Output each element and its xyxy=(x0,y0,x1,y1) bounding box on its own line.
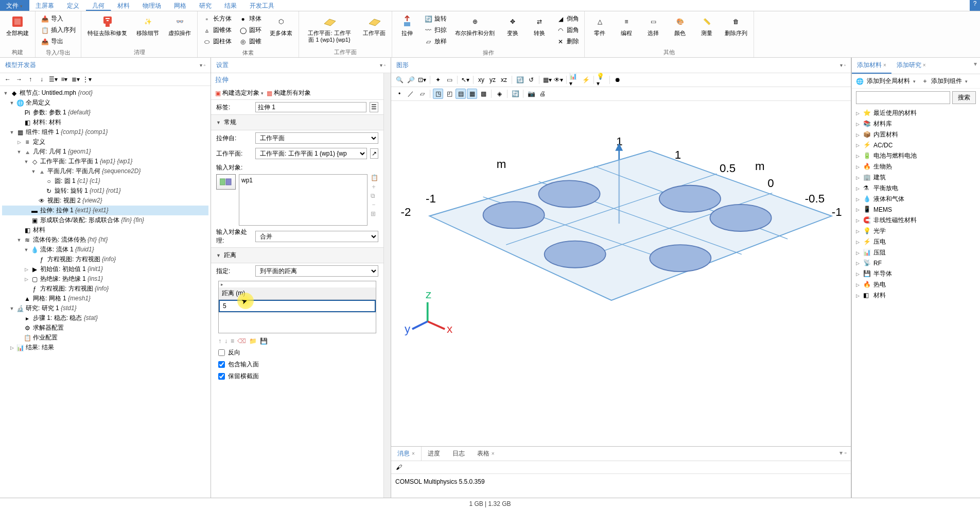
tab-progress[interactable]: 进度 xyxy=(422,447,446,461)
material-node[interactable]: ▷📊压阻 xyxy=(855,247,977,258)
tree-node[interactable]: ▸步骤 1: 稳态: 稳态 {stat} xyxy=(2,313,208,323)
input-listbox[interactable]: wp1 xyxy=(239,174,367,226)
extrude-button[interactable]: 拉伸 xyxy=(394,12,420,39)
menu-geom[interactable]: 几何 xyxy=(86,0,111,11)
del-seq-button[interactable]: 🗑删除序列 xyxy=(721,12,751,39)
material-node[interactable]: ▷🔋电池与燃料电池 xyxy=(855,150,977,161)
material-node[interactable]: ▷📦内置材料 xyxy=(855,129,977,140)
scene-icon[interactable]: 📊▾ xyxy=(569,75,580,85)
xy-icon[interactable]: xy xyxy=(476,75,486,85)
nav-up-icon[interactable]: ↑ xyxy=(26,75,35,84)
material-node[interactable]: ▷🔥生物热 xyxy=(855,161,977,172)
bnd-icon[interactable]: ▤ xyxy=(456,89,466,99)
help-icon[interactable]: ? xyxy=(970,0,980,11)
virtual-op-button[interactable]: 👓虚拟操作 xyxy=(164,12,195,39)
nav-down-icon[interactable]: ↓ xyxy=(37,75,46,84)
link-icon[interactable]: ☰ xyxy=(370,102,378,112)
chamfer-button[interactable]: ◢倒角 xyxy=(554,13,581,24)
material-node[interactable]: ▷🔥热电 xyxy=(855,279,977,290)
remove-detail-button[interactable]: ✨移除细节 xyxy=(132,12,163,39)
menu-mesh[interactable]: 网格 xyxy=(168,0,193,11)
sweep-button[interactable]: 〰扫掠 xyxy=(422,25,449,36)
rec-icon[interactable]: ⏺ xyxy=(612,75,623,85)
material-node[interactable]: ▷⚡AC/DC xyxy=(855,140,977,150)
transform-button[interactable]: ✥变换 xyxy=(500,12,526,39)
tree-node[interactable]: ▼◆根节点: Untitled.mph {root} xyxy=(2,88,208,98)
material-node[interactable]: ▷⭐最近使用的材料 xyxy=(855,108,977,118)
search-button[interactable]: 搜索 xyxy=(952,91,976,104)
scrollbar[interactable] xyxy=(383,73,391,498)
tree-node[interactable]: ◧材料: 材料 xyxy=(2,117,208,127)
tree-node[interactable]: ▷📊结果: 结果 xyxy=(2,343,208,352)
menu-home[interactable]: 主屏幕 xyxy=(29,0,61,11)
build-selected-button[interactable]: ▣ 构建选定对象 ▾ xyxy=(215,89,264,97)
sel-icon[interactable]: ▦▾ xyxy=(542,75,552,85)
section-general[interactable]: ▼常规 xyxy=(211,114,383,130)
print-icon[interactable]: 🖨 xyxy=(537,89,548,99)
parts-button[interactable]: △零件 xyxy=(587,12,612,39)
wp-select[interactable]: 工作平面: 工作平面 1 (wp1) {wp xyxy=(255,148,367,159)
move-up-icon[interactable]: ↑ xyxy=(218,337,221,345)
more-prim-button[interactable]: ⬡更多体素 xyxy=(266,12,296,39)
add-global-button[interactable]: 添加到全局材料 xyxy=(867,77,910,86)
color-button[interactable]: 🎨颜色 xyxy=(667,12,693,39)
bool-button[interactable]: ⊕布尔操作和分割 xyxy=(451,12,499,39)
handling-select[interactable]: 合并 xyxy=(255,231,378,242)
graphics-canvas[interactable]: m m 1 1 0.5 0 -0.5 -1 -1 -2 xyxy=(391,101,851,446)
tree-node[interactable]: ▷▢热绝缘: 热绝缘 1 {ins1} xyxy=(2,274,208,284)
hide-icon[interactable]: 👁▾ xyxy=(553,75,564,85)
zoom-box-icon[interactable]: ▭ xyxy=(444,75,454,85)
prog-button[interactable]: ≡编程 xyxy=(614,12,639,39)
tree-node[interactable]: 📋作业配置 xyxy=(2,333,208,343)
tree-node[interactable]: ○圆: 圆 1 {c1} {c1} xyxy=(2,176,208,186)
expand-icon[interactable]: ≣▾ xyxy=(71,75,80,84)
export-button[interactable]: 📤导出 xyxy=(39,36,78,47)
zoom-out-icon[interactable]: 🔎 xyxy=(406,75,416,85)
xz-icon[interactable]: xz xyxy=(499,75,509,85)
refresh-icon[interactable]: 🔄 xyxy=(510,89,520,99)
material-node[interactable]: ▷🧲非线性磁性材料 xyxy=(855,215,977,226)
torus-button[interactable]: ◯圆环 xyxy=(237,25,264,36)
tab-log[interactable]: 日志 xyxy=(446,447,471,461)
reverse-checkbox[interactable] xyxy=(218,349,225,356)
material-node[interactable]: ▷💧液体和气体 xyxy=(855,194,977,205)
delete-button[interactable]: ✕删除 xyxy=(554,36,581,47)
cone-button[interactable]: ▵圆锥体 xyxy=(201,25,234,36)
center-icon[interactable]: ✦ xyxy=(433,75,443,85)
insert-seq-button[interactable]: 📋插入序列 xyxy=(39,25,78,36)
more-icon[interactable]: ⋮▾ xyxy=(82,75,92,84)
activate-selection-button[interactable] xyxy=(216,174,236,190)
cyl-button[interactable]: ⬭圆柱体 xyxy=(201,36,234,47)
menu-study[interactable]: 研究 xyxy=(193,0,218,11)
import-button[interactable]: 📥导入 xyxy=(39,13,78,24)
convert-button[interactable]: ⇄转换 xyxy=(527,12,552,39)
show-icon[interactable]: ☰▾ xyxy=(48,75,58,84)
tree-node[interactable]: ▷≡定义 xyxy=(2,137,208,147)
menu-mat[interactable]: 材料 xyxy=(111,0,136,11)
measure-button[interactable]: 📏测量 xyxy=(694,12,720,39)
material-node[interactable]: ▷◧材料 xyxy=(855,290,977,301)
label-input[interactable] xyxy=(255,102,366,112)
material-node[interactable]: ▷📡RF xyxy=(855,258,977,268)
collapse-icon[interactable]: ≡▾ xyxy=(60,75,69,84)
material-node[interactable]: ▷💡光学 xyxy=(855,226,977,236)
tab-add-material[interactable]: 添加材料× xyxy=(852,58,891,74)
select-button[interactable]: ▭选择 xyxy=(640,12,666,39)
tree-node[interactable]: ƒ方程视图: 方程视图 {info} xyxy=(2,254,208,264)
sphere-button[interactable]: ●球体 xyxy=(237,13,264,24)
clear-icon[interactable]: ⌫ xyxy=(237,337,246,345)
remove-icon[interactable]: － xyxy=(371,200,378,209)
add-icon[interactable]: ＋ xyxy=(371,182,378,191)
section-distance[interactable]: ▼距离 xyxy=(211,247,383,263)
tree-node[interactable]: ↻旋转: 旋转 1 {rot1} {rot1} xyxy=(2,186,208,196)
goto-icon[interactable]: ↗ xyxy=(370,148,378,159)
material-node[interactable]: ▷📚材料库 xyxy=(855,118,977,129)
tree-node[interactable]: ◧材料 xyxy=(2,225,208,235)
move-down-icon[interactable]: ↓ xyxy=(224,337,227,345)
orbit-icon[interactable]: 🔃 xyxy=(515,75,525,85)
list-icon[interactable]: ≡ xyxy=(231,337,234,345)
keep-checkbox[interactable] xyxy=(218,373,225,380)
zoom-in-icon[interactable]: 🔍 xyxy=(394,75,405,85)
material-node[interactable]: ▷📱MEMS xyxy=(855,205,977,215)
build-all-button[interactable]: ▦ 构建所有对象 xyxy=(267,89,311,97)
